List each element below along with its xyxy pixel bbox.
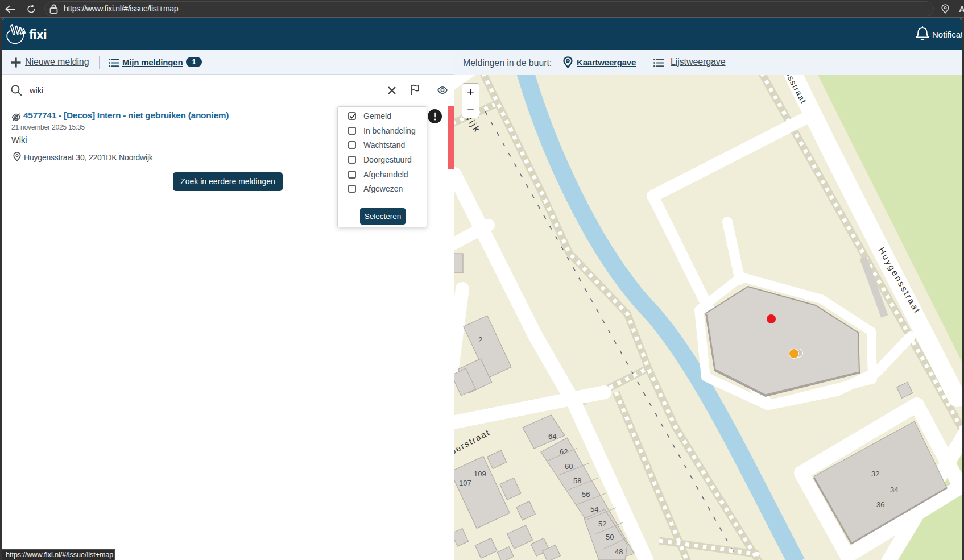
svg-text:64: 64 xyxy=(548,432,556,441)
svg-text:62: 62 xyxy=(560,447,568,456)
svg-text:109: 109 xyxy=(474,470,486,478)
svg-text:48: 48 xyxy=(615,547,623,556)
svg-text:58: 58 xyxy=(573,476,581,485)
svg-text:107: 107 xyxy=(459,479,471,487)
svg-text:50: 50 xyxy=(606,533,614,541)
svg-text:54: 54 xyxy=(590,505,598,513)
svg-text:2: 2 xyxy=(478,335,482,344)
svg-text:60: 60 xyxy=(565,462,573,471)
svg-text:52: 52 xyxy=(598,520,606,528)
svg-text:34: 34 xyxy=(890,486,898,494)
svg-text:56: 56 xyxy=(582,490,590,499)
svg-text:32: 32 xyxy=(871,470,879,478)
svg-text:36: 36 xyxy=(876,500,884,509)
